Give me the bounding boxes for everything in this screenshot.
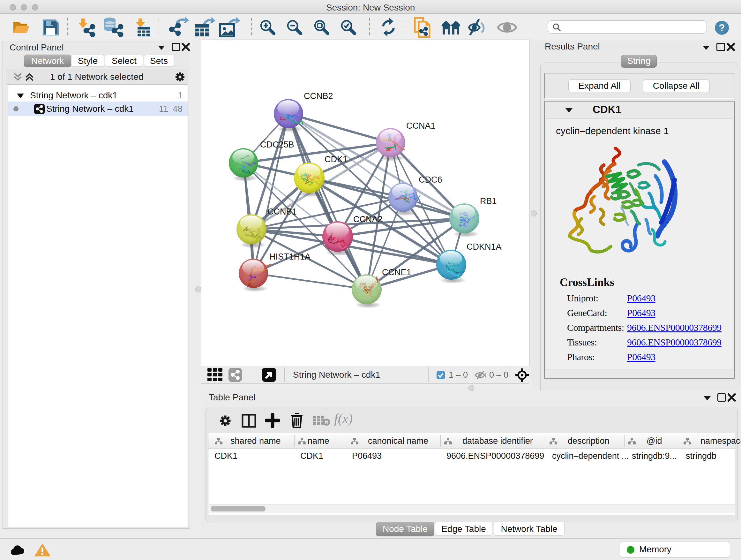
svg-text:CCNE1: CCNE1 xyxy=(382,267,411,277)
svg-text:CCNA2: CCNA2 xyxy=(353,214,383,224)
svg-text:CDK1: CDK1 xyxy=(325,154,347,164)
svg-text:HIST1H1A: HIST1H1A xyxy=(269,252,311,261)
svg-text:CCNB1: CCNB1 xyxy=(267,207,297,216)
svg-text:CDC25B: CDC25B xyxy=(260,140,294,149)
svg-text:RB1: RB1 xyxy=(480,196,497,206)
svg-text:CDKN1A: CDKN1A xyxy=(467,242,502,252)
svg-text:CDC6: CDC6 xyxy=(419,175,442,185)
svg-text:CCNB2: CCNB2 xyxy=(304,91,333,101)
svg-text:?: ? xyxy=(719,22,725,34)
svg-text:CCNA1: CCNA1 xyxy=(406,121,435,131)
